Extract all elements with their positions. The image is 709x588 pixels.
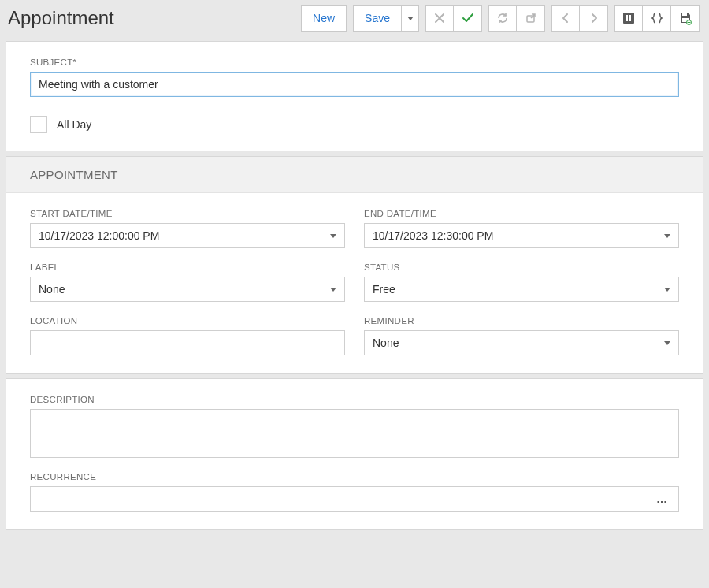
status-label: STATUS <box>364 262 679 272</box>
ellipsis-icon: … <box>653 493 670 505</box>
pause-icon <box>622 12 635 24</box>
description-label: DESCRIPTION <box>30 395 679 404</box>
pause-button[interactable] <box>614 5 643 32</box>
open-external-button[interactable] <box>517 5 545 32</box>
svg-rect-1 <box>623 13 634 24</box>
appointment-panel: APPOINTMENT START DATE/TIME 10/17/2023 1… <box>6 156 703 374</box>
caret-down-icon <box>407 17 414 20</box>
label-label: LABEL <box>30 262 345 272</box>
start-date-input[interactable]: 10/17/2023 12:00:00 PM <box>30 223 345 248</box>
confirm-group <box>425 5 482 32</box>
braces-icon <box>651 12 663 24</box>
reminder-input[interactable]: None <box>364 330 679 355</box>
reminder-field: REMINDER None <box>364 316 679 355</box>
refresh-button[interactable] <box>488 5 517 32</box>
refresh-group <box>488 5 545 32</box>
status-field: STATUS Free <box>364 262 679 302</box>
status-input[interactable]: Free <box>364 277 679 302</box>
label-field: LABEL None <box>30 262 345 302</box>
svg-rect-4 <box>682 13 687 16</box>
status-value: Free <box>373 283 664 296</box>
save-disk-icon <box>678 11 692 25</box>
next-button[interactable] <box>580 5 608 32</box>
start-date-field: START DATE/TIME 10/17/2023 12:00:00 PM <box>30 209 345 248</box>
caret-down-icon <box>664 288 670 292</box>
svg-rect-3 <box>629 15 631 21</box>
cancel-button[interactable] <box>425 5 454 32</box>
caret-down-icon <box>664 341 670 345</box>
toolbar: New Save <box>301 5 703 32</box>
all-day-checkbox[interactable] <box>30 116 47 133</box>
location-label: LOCATION <box>30 316 345 326</box>
chevron-right-icon <box>588 12 600 24</box>
save-disk-button[interactable] <box>671 5 700 32</box>
description-field: DESCRIPTION <box>30 395 679 458</box>
end-date-field: END DATE/TIME 10/17/2023 12:30:00 PM <box>364 209 679 248</box>
location-input[interactable] <box>30 330 345 355</box>
end-date-input[interactable]: 10/17/2023 12:30:00 PM <box>364 223 679 248</box>
caret-down-icon <box>330 288 336 292</box>
subject-input[interactable] <box>30 72 679 97</box>
reminder-value: None <box>373 337 664 349</box>
save-button-group: Save <box>353 5 419 32</box>
caret-down-icon <box>330 234 336 238</box>
description-input[interactable] <box>30 409 679 458</box>
start-date-value: 10/17/2023 12:00:00 PM <box>39 229 330 242</box>
subject-label: SUBJECT* <box>30 58 679 67</box>
appointment-section-title: APPOINTMENT <box>6 157 703 193</box>
header-bar: Appointment New Save <box>0 0 709 36</box>
check-icon <box>461 11 475 25</box>
recurrence-input[interactable]: … <box>30 486 679 512</box>
chevron-left-icon <box>559 12 572 24</box>
recurrence-field: RECURRENCE … <box>30 472 679 512</box>
end-date-label: END DATE/TIME <box>364 209 679 218</box>
open-external-icon <box>525 12 537 24</box>
save-button[interactable]: Save <box>353 5 402 32</box>
all-day-field: All Day <box>30 116 679 133</box>
dev-group <box>614 5 700 32</box>
description-panel: DESCRIPTION RECURRENCE … <box>6 378 703 530</box>
end-date-value: 10/17/2023 12:30:00 PM <box>373 229 664 242</box>
location-field: LOCATION <box>30 316 345 355</box>
confirm-button[interactable] <box>454 5 482 32</box>
start-date-label: START DATE/TIME <box>30 209 345 218</box>
subject-panel: SUBJECT* All Day <box>6 41 703 151</box>
label-value: None <box>39 283 330 296</box>
nav-group <box>551 5 608 32</box>
caret-down-icon <box>664 234 670 238</box>
page-title: Appointment <box>8 7 114 29</box>
new-button[interactable]: New <box>301 5 347 32</box>
label-input[interactable]: None <box>30 277 345 302</box>
braces-button[interactable] <box>643 5 671 32</box>
subject-field: SUBJECT* <box>30 58 679 97</box>
recurrence-label: RECURRENCE <box>30 472 679 482</box>
reminder-label: REMINDER <box>364 316 679 326</box>
svg-rect-2 <box>626 15 628 21</box>
prev-button[interactable] <box>551 5 580 32</box>
x-icon <box>433 12 446 24</box>
all-day-label: All Day <box>57 118 91 131</box>
save-dropdown-button[interactable] <box>402 5 419 32</box>
refresh-icon <box>496 12 509 24</box>
